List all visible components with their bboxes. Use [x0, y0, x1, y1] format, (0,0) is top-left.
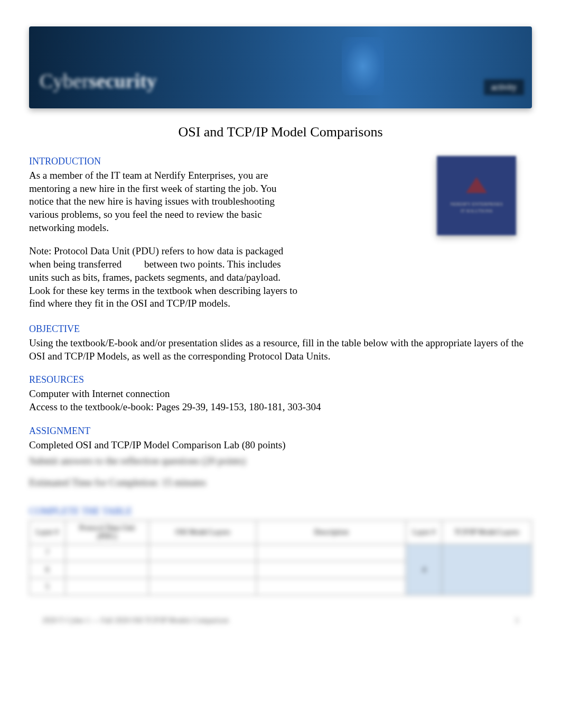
banner-badge: activity — [484, 79, 524, 95]
introduction-paragraph-2: Note: Protocol Data Unit (PDU) refers to… — [29, 245, 298, 310]
cybersecurity-banner: Cybersecurity activity — [29, 26, 532, 108]
footer-page-number: 1 — [515, 616, 519, 625]
resource-line-2: Access to the textbook/e-book: Pages 29-… — [29, 401, 532, 414]
logo-text: NERDIFY ENTERPRISES IT SOLUTIONS — [446, 201, 507, 214]
banner-title: Cybersecurity — [40, 69, 157, 93]
th-layer2: Layer # — [406, 521, 442, 545]
assignment-blurred-2: Estimated Time for Completion: 15 minute… — [29, 475, 532, 491]
resource-line-1: Computer with Internet connection — [29, 388, 532, 401]
objective-text: Using the textbook/E-book and/or present… — [29, 337, 532, 363]
footer-left: 2020 © Cyber 1 — Fall 2020 OSI TCP/IP Mo… — [42, 616, 229, 625]
assignment-blurred-1: Submit answers to the reflection questio… — [29, 454, 532, 469]
page-footer: 2020 © Cyber 1 — Fall 2020 OSI TCP/IP Mo… — [29, 611, 532, 625]
resources-heading: RESOURCES — [29, 374, 532, 385]
osi-tcpip-table: Layer # Protocol Data Unit (PDU) OSI Mod… — [29, 520, 532, 595]
assignment-heading: ASSIGNMENT — [29, 426, 532, 437]
table-heading: COMPLETE THE TABLE — [29, 506, 532, 517]
introduction-paragraph-1: As a member of the IT team at Nerdify En… — [29, 169, 298, 234]
th-desc: Description — [257, 521, 406, 545]
logo-triangle-icon — [466, 177, 487, 193]
company-logo: NERDIFY ENTERPRISES IT SOLUTIONS — [437, 156, 516, 235]
th-layer: Layer # — [30, 521, 66, 545]
th-pdu: Protocol Data Unit (PDU) — [65, 521, 149, 545]
objective-heading: OBJECTIVE — [29, 324, 532, 335]
assignment-line-1: Completed OSI and TCP/IP Model Compariso… — [29, 439, 532, 452]
table-row: 7 4 — [30, 545, 532, 561]
th-osi: OSI Model Layers — [149, 521, 257, 545]
th-tcpip: TCP/IP Model Layers — [442, 521, 532, 545]
page-title: OSI and TCP/IP Model Comparisons — [29, 124, 532, 140]
